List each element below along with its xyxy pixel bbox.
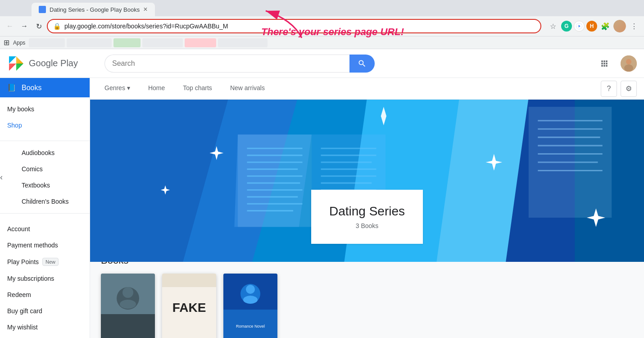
series-card: Dating Series 3 Books bbox=[311, 190, 423, 244]
sidebar-divider-1 bbox=[0, 141, 90, 141]
play-logo-icon bbox=[7, 55, 25, 73]
svg-point-58 bbox=[243, 296, 258, 304]
google-translate-icon[interactable] bbox=[574, 21, 585, 32]
bookmark-1[interactable] bbox=[29, 38, 65, 47]
sidebar-item-subscriptions[interactable]: My subscriptions bbox=[0, 270, 90, 287]
book-cover-2[interactable]: FAKE bbox=[162, 274, 216, 338]
nav-right-icons: ? ⚙ bbox=[601, 81, 637, 97]
sidebar-divider-2 bbox=[0, 213, 90, 214]
bookmark-button[interactable]: ☆ bbox=[547, 20, 559, 32]
tab-bar: Dating Series - Google Play Books × bbox=[0, 0, 644, 16]
content-area: 📘 Books My books Shop ‹ Audiobooks bbox=[0, 78, 644, 338]
help-button[interactable]: ? bbox=[601, 81, 617, 97]
toolbar: ← → ↻ 🔒 play.google.com/store/books/seri… bbox=[0, 16, 644, 36]
apps-grid-button[interactable] bbox=[595, 55, 613, 73]
sidebar-item-playpoints[interactable]: Play Points New bbox=[0, 253, 90, 270]
search-button[interactable] bbox=[349, 55, 375, 73]
sidebar-item-childrens[interactable]: Children's Books bbox=[14, 193, 90, 210]
search-bar bbox=[104, 55, 375, 73]
books-grid: FAKE Romance bbox=[101, 274, 633, 338]
svg-text:FAKE: FAKE bbox=[172, 301, 206, 315]
sidebar-item-account[interactable]: Account bbox=[0, 221, 90, 237]
extensions-button[interactable]: 🧩 bbox=[599, 20, 612, 32]
sidebar-item-giftcard[interactable]: Buy gift card bbox=[0, 303, 90, 319]
series-title: Dating Series bbox=[329, 204, 405, 219]
bookmark-6[interactable] bbox=[218, 38, 268, 47]
sidebar-item-wishlist[interactable]: My wishlist bbox=[0, 319, 90, 335]
sidebar-sub-items: Audiobooks Comics Textbooks Children's B… bbox=[7, 145, 90, 210]
apps-label: Apps bbox=[13, 40, 25, 46]
browser-chrome: Dating Series - Google Play Books × ← → … bbox=[0, 0, 644, 49]
url-text: play.google.com/store/books/series?id=Ru… bbox=[64, 23, 535, 30]
series-book-count: 3 Books bbox=[329, 222, 405, 229]
svg-point-7 bbox=[626, 59, 631, 64]
apps-grid-icon[interactable]: ⊞ bbox=[4, 38, 9, 47]
menu-button[interactable]: ⋮ bbox=[628, 20, 640, 32]
lock-icon: 🔒 bbox=[53, 23, 61, 30]
profile-avatar[interactable] bbox=[621, 55, 637, 72]
nav-home-link[interactable]: Home bbox=[141, 78, 172, 99]
tab-close-button[interactable]: × bbox=[143, 5, 147, 14]
nav-bar: Genres ▾ Home Top charts New arrivals ? … bbox=[90, 78, 644, 100]
sidebar-books-title: Books bbox=[22, 84, 41, 92]
gplay-logo: Google Play bbox=[7, 55, 97, 73]
svg-point-57 bbox=[246, 285, 255, 294]
apps-bar: ⊞ Apps bbox=[0, 36, 644, 49]
bookmark-5[interactable] bbox=[185, 38, 216, 47]
sidebar-item-payment[interactable]: Payment methods bbox=[0, 237, 90, 253]
svg-point-50 bbox=[120, 300, 136, 309]
svg-marker-3 bbox=[16, 56, 23, 64]
tab-title: Dating Series - Google Play Books bbox=[50, 6, 140, 13]
sidebar-item-textbooks[interactable]: Textbooks bbox=[14, 177, 90, 193]
back-button[interactable]: ← bbox=[4, 20, 16, 32]
svg-marker-4 bbox=[9, 64, 16, 71]
profile-icon[interactable] bbox=[613, 20, 626, 32]
new-badge: New bbox=[42, 258, 59, 266]
main-area: Genres ▾ Home Top charts New arrivals ? … bbox=[90, 78, 644, 338]
sidebar-item-comics[interactable]: Comics bbox=[14, 161, 90, 177]
collapse-arrow[interactable]: ‹ bbox=[0, 173, 3, 182]
tab-favicon bbox=[39, 6, 46, 13]
honey-icon[interactable]: H bbox=[586, 21, 597, 32]
svg-rect-53 bbox=[162, 274, 216, 287]
book-cover-3[interactable]: Romance Novel bbox=[223, 274, 277, 338]
search-input[interactable] bbox=[104, 55, 349, 73]
gplay-logo-text: Google Play bbox=[29, 58, 78, 69]
svg-marker-5 bbox=[16, 64, 23, 71]
sidebar-account-section: Account Payment methods Play Points New … bbox=[0, 217, 90, 338]
nav-newarrivals-link[interactable]: New arrivals bbox=[223, 78, 272, 99]
reload-button[interactable]: ↻ bbox=[32, 20, 45, 32]
browser-tab[interactable]: Dating Series - Google Play Books × bbox=[32, 3, 155, 16]
gplay-page: Google Play bbox=[0, 49, 644, 338]
book-cover-1[interactable] bbox=[101, 274, 155, 338]
sidebar-item-shop[interactable]: Shop bbox=[0, 117, 90, 133]
address-bar[interactable]: 🔒 play.google.com/store/books/series?id=… bbox=[47, 19, 541, 33]
bookmark-bar bbox=[29, 38, 640, 47]
forward-button[interactable]: → bbox=[18, 20, 31, 32]
settings-button[interactable]: ⚙ bbox=[621, 81, 637, 97]
nav-topcharts-link[interactable]: Top charts bbox=[176, 78, 219, 99]
header-right bbox=[595, 55, 637, 73]
book-icon: 📘 bbox=[7, 83, 16, 92]
bookmark-2[interactable] bbox=[67, 38, 112, 47]
series-card-wrapper: Dating Series 3 Books bbox=[90, 226, 644, 244]
gplay-header: Google Play bbox=[0, 49, 644, 78]
svg-text:Romance Novel: Romance Novel bbox=[236, 324, 265, 329]
sidebar-nav-section: My books Shop bbox=[0, 97, 90, 137]
sidebar-item-playactivity[interactable]: My Play activity bbox=[0, 335, 90, 338]
sidebar-item-audiobooks[interactable]: Audiobooks bbox=[14, 145, 90, 161]
toolbar-icons: ☆ G H 🧩 ⋮ bbox=[547, 20, 640, 32]
chevron-down-icon: ▾ bbox=[127, 84, 130, 91]
svg-point-8 bbox=[624, 64, 633, 72]
bookmark-3[interactable] bbox=[113, 38, 141, 47]
sidebar-categories: ‹ Audiobooks Comics Textbooks Children's… bbox=[0, 145, 90, 210]
sidebar-item-redeem[interactable]: Redeem bbox=[0, 287, 90, 303]
svg-marker-2 bbox=[9, 56, 16, 64]
main-content: Dating Series 3 Books Books bbox=[90, 100, 644, 338]
sidebar: 📘 Books My books Shop ‹ Audiobooks bbox=[0, 78, 90, 338]
genres-button[interactable]: Genres ▾ bbox=[97, 78, 137, 99]
bookmark-4[interactable] bbox=[142, 38, 183, 47]
grammarly-icon[interactable]: G bbox=[561, 21, 572, 32]
sidebar-item-mybooks[interactable]: My books bbox=[0, 101, 90, 117]
sidebar-books-section: 📘 Books bbox=[0, 78, 90, 97]
